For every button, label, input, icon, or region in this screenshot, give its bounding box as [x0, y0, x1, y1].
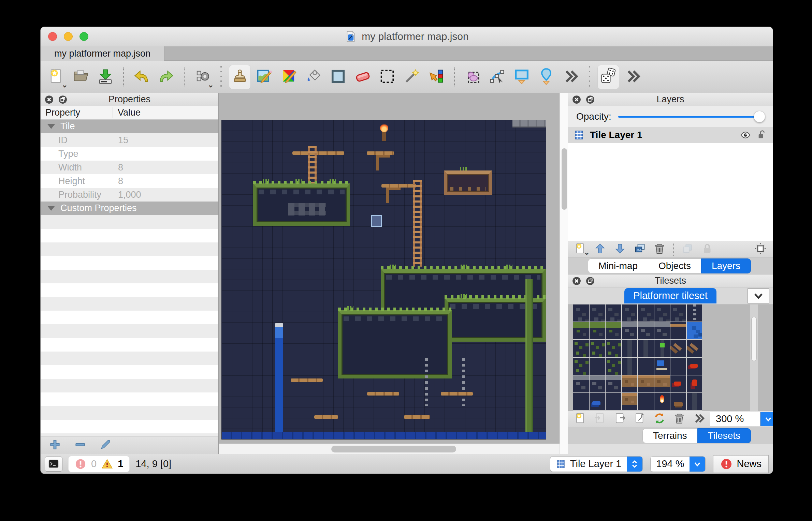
tileset-tile[interactable]: [654, 375, 670, 392]
float-panel-button[interactable]: [585, 276, 595, 286]
tileset-tile[interactable]: [687, 375, 702, 392]
automap-button[interactable]: ⌄: [191, 65, 213, 89]
property-row-probability[interactable]: Probability1,000: [41, 188, 218, 202]
insert-point-button[interactable]: [535, 65, 557, 89]
edit-polygons-button[interactable]: [486, 65, 508, 89]
tileset-tile[interactable]: [670, 358, 686, 375]
tileset-tile[interactable]: [622, 340, 638, 357]
property-row-type[interactable]: Type: [41, 147, 218, 161]
stamp-brush-button[interactable]: [229, 65, 251, 89]
tileset-tile[interactable]: [687, 304, 702, 322]
tileset-tile[interactable]: [622, 304, 638, 322]
tileset-tile[interactable]: [622, 322, 638, 339]
zoom-window-button[interactable]: [79, 32, 88, 41]
reload-tileset-button[interactable]: [651, 412, 668, 427]
tileset-tile[interactable]: [573, 358, 589, 375]
tileset-tile[interactable]: [573, 375, 589, 392]
tileset-tile[interactable]: [638, 358, 654, 375]
toggle-other-layers-button[interactable]: [679, 242, 696, 257]
close-window-button[interactable]: [48, 32, 57, 41]
tileset-tile[interactable]: [590, 304, 605, 322]
open-folder-button[interactable]: [70, 65, 92, 89]
tileset-tile[interactable]: [670, 304, 686, 322]
tileset-tile[interactable]: [590, 340, 605, 357]
tileset-tile[interactable]: [590, 358, 605, 375]
edit-tileset-button[interactable]: [631, 412, 649, 427]
scrollbar-thumb[interactable]: [751, 317, 757, 361]
lower-layer-button[interactable]: [611, 242, 629, 257]
tileset-tile[interactable]: [622, 358, 638, 375]
lock-layer-button[interactable]: [698, 242, 716, 257]
close-panel-button[interactable]: [571, 276, 582, 286]
dice-random-button[interactable]: [597, 65, 619, 89]
tileset-tile[interactable]: [638, 322, 654, 339]
tileset-tile[interactable]: [654, 393, 670, 410]
overflow-chevron-button[interactable]: [622, 65, 644, 89]
tileset-tile[interactable]: [606, 375, 621, 392]
overflow-chevron-button[interactable]: [690, 412, 708, 427]
rect-select-button[interactable]: [376, 65, 398, 89]
float-panel-button[interactable]: [585, 94, 595, 105]
stepper-icon[interactable]: [627, 456, 642, 472]
scrollbar-thumb[interactable]: [562, 148, 567, 210]
dock-tab-mini-map[interactable]: Mini-map: [588, 258, 648, 273]
insert-rectangle-button[interactable]: [511, 65, 533, 89]
tileset-tile[interactable]: [573, 304, 589, 322]
tileset-tile[interactable]: [606, 322, 621, 339]
tileset-tile[interactable]: [687, 340, 702, 357]
tileset-tile[interactable]: [590, 393, 605, 410]
tileset-tile[interactable]: [654, 340, 670, 357]
scrollbar-thumb[interactable]: [331, 446, 456, 452]
tileset-tile[interactable]: [638, 340, 654, 357]
tileset-tile[interactable]: [670, 340, 686, 357]
slider-knob[interactable]: [754, 111, 765, 122]
layer-select-combo[interactable]: Tile Layer 1: [550, 456, 643, 472]
dock-tab-objects[interactable]: Objects: [648, 258, 701, 273]
opacity-slider[interactable]: [618, 111, 765, 122]
dock-tab-layers[interactable]: Layers: [701, 258, 751, 273]
tileset-list-dropdown-button[interactable]: [748, 288, 769, 303]
map-horizontal-scrollbar[interactable]: [219, 444, 560, 454]
zoom-select-combo[interactable]: 194 %: [650, 456, 706, 472]
tileset-tile[interactable]: [573, 340, 589, 357]
minimize-window-button[interactable]: [64, 32, 73, 41]
edit-property-button[interactable]: [97, 438, 114, 453]
tileset-tile-selected[interactable]: [687, 322, 702, 339]
float-panel-button[interactable]: [58, 94, 68, 105]
tileset-tile[interactable]: [687, 358, 702, 375]
add-property-button[interactable]: [47, 438, 63, 453]
tileset-tile[interactable]: [654, 304, 670, 322]
tileset-tile[interactable]: [606, 304, 621, 322]
tileset-tab-platformer[interactable]: Platformer tileset: [624, 288, 716, 303]
magic-wand-button[interactable]: [401, 65, 423, 89]
tileset-tile[interactable]: [622, 393, 638, 410]
tileset-tile[interactable]: [654, 322, 670, 339]
property-row-height[interactable]: Height8: [41, 174, 218, 188]
raise-layer-button[interactable]: [591, 242, 609, 257]
tileset-tile[interactable]: [638, 375, 654, 392]
tileset-zoom-combo[interactable]: 300 %: [710, 412, 773, 426]
same-tile-select-button[interactable]: [425, 65, 447, 89]
tileset-tile[interactable]: [654, 358, 670, 375]
bucket-fill-button[interactable]: [303, 65, 324, 89]
tileset-tile[interactable]: [573, 322, 589, 339]
trash-button[interactable]: [651, 242, 668, 257]
dock-tab-tilesets[interactable]: Tilesets: [697, 428, 751, 443]
overflow-chevron-button[interactable]: [560, 65, 582, 89]
tileset-tile[interactable]: [606, 358, 621, 375]
tab-my-platformer-map[interactable]: my platformer map.json: [41, 46, 164, 61]
tileset-tile[interactable]: [622, 375, 638, 392]
tileset-tile[interactable]: [670, 375, 686, 392]
property-row-id[interactable]: ID15: [41, 133, 218, 147]
save-button[interactable]: [95, 65, 116, 89]
tileset-tile[interactable]: [590, 375, 605, 392]
property-row-width[interactable]: Width8: [41, 161, 218, 174]
dock-tab-terrains[interactable]: Terrains: [642, 428, 697, 443]
tileset-tile[interactable]: [687, 393, 702, 410]
redo-button[interactable]: [155, 65, 177, 89]
export-tileset-button[interactable]: [611, 412, 629, 427]
chevron-down-icon[interactable]: [690, 456, 705, 472]
layer-row-tile-layer-1[interactable]: Tile Layer 1: [568, 127, 773, 143]
tileset-tile[interactable]: [590, 322, 605, 339]
close-panel-button[interactable]: [571, 94, 582, 105]
